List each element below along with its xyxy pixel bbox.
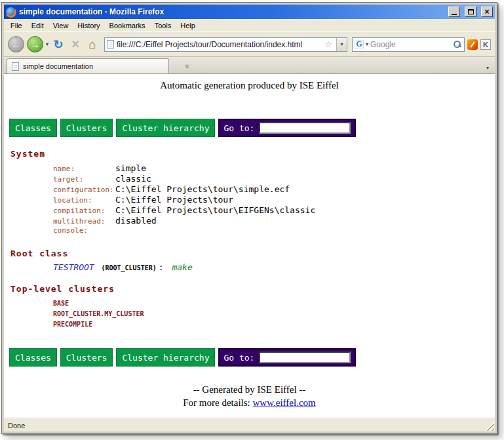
navigation-toolbar: ← → ▾ ↻ × ⌂ ☆ ▾ G ▾ K	[4, 32, 495, 57]
root-class-heading: Root class	[10, 249, 495, 258]
table-row: configuration: C:\Eiffel Projects\tour\s…	[53, 184, 495, 195]
page-favicon	[107, 40, 114, 49]
classes-button[interactable]: Classes	[9, 119, 57, 137]
system-row-label: configuration:	[53, 186, 115, 194]
close-icon: ×	[484, 8, 489, 16]
status-text: Done	[8, 422, 25, 430]
system-table: name: simple target: classic configurati…	[53, 163, 495, 237]
menu-bar: File Edit View History Bookmarks Tools H…	[4, 19, 495, 32]
search-bar: G ▾	[352, 37, 465, 52]
minimize-button[interactable]	[448, 7, 460, 17]
menu-view[interactable]: View	[48, 20, 73, 31]
minimize-icon	[452, 14, 457, 15]
root-class-line: TESTROOT (ROOT_CLUSTER): make	[53, 262, 495, 272]
system-row-label: location:	[53, 196, 115, 205]
eiffel-website-link[interactable]: www.eiffel.com	[253, 397, 316, 408]
home-button[interactable]: ⌂	[85, 37, 100, 52]
system-row-value: C:\Eiffel Projects\tour\EIFGENs\classic	[115, 205, 315, 215]
search-input[interactable]	[370, 40, 451, 49]
maximize-button[interactable]	[465, 7, 476, 17]
table-row: location: C:\Eiffel Projects\tour	[53, 195, 495, 205]
cluster-hierarchy-button[interactable]: Cluster hierarchy	[116, 348, 215, 367]
window-title: simple documentation - Mozilla Firefox	[19, 7, 444, 16]
table-row: name: simple	[53, 163, 495, 174]
tab-strip-icon[interactable]: ∗	[184, 62, 190, 71]
forward-icon: →	[30, 39, 40, 50]
doc-navbar-bottom: Classes Clusters Cluster hierarchy Go to…	[9, 348, 495, 367]
addon-icon-2[interactable]: K	[480, 39, 491, 50]
system-row-value: C:\Eiffel Projects\tour	[115, 195, 233, 205]
cluster-link-precompile[interactable]: PRECOMPILE	[53, 319, 495, 330]
status-bar: Done	[4, 418, 495, 431]
chevron-down-icon: ▾	[486, 65, 489, 71]
clusters-heading: Top-level clusters	[10, 284, 495, 294]
system-row-label: multithread:	[53, 217, 115, 226]
cluster-link-root-cluster[interactable]: ROOT_CLUSTER.MY_CLUSTER	[53, 309, 495, 319]
clusters-button[interactable]: Clusters	[60, 348, 113, 367]
cluster-hierarchy-button[interactable]: Cluster hierarchy	[116, 119, 215, 137]
table-row: target: classic	[53, 174, 495, 184]
menu-history[interactable]: History	[73, 20, 104, 31]
menu-file[interactable]: File	[6, 20, 27, 31]
back-icon: ←	[11, 39, 21, 50]
clusters-list: BASE ROOT_CLUSTER.MY_CLUSTER PRECOMPILE	[53, 298, 495, 330]
page-title: Automatic generation produced by ISE Eif…	[4, 74, 495, 91]
screen: simple documentation - Mozilla Firefox ×…	[0, 0, 504, 440]
close-button[interactable]: ×	[481, 7, 493, 17]
classes-button[interactable]: Classes	[9, 348, 57, 367]
firefox-icon	[6, 7, 16, 17]
search-engine-dropdown[interactable]: ▾	[366, 41, 368, 47]
goto-label: Go to:	[223, 353, 254, 363]
table-row: compilation: C:\Eiffel Projects\tour\EIF…	[53, 205, 495, 216]
menu-bookmarks[interactable]: Bookmarks	[105, 20, 150, 31]
chevron-down-icon: ▾	[340, 41, 343, 47]
root-separator: :	[159, 262, 164, 272]
back-button[interactable]: ←	[8, 36, 24, 52]
address-bar: ☆ ▾	[104, 37, 347, 52]
root-class-link[interactable]: TESTROOT	[53, 262, 94, 272]
goto-label: Go to:	[223, 123, 254, 133]
details-line: For more details: www.eiffel.com	[4, 397, 495, 409]
system-row-label: console:	[53, 226, 115, 235]
search-icon[interactable]	[453, 40, 461, 49]
title-bar[interactable]: simple documentation - Mozilla Firefox ×	[4, 5, 495, 19]
forward-dropdown-button[interactable]: ▾	[46, 41, 48, 47]
addon-icon-1[interactable]	[467, 39, 478, 50]
maximize-icon	[468, 9, 474, 14]
forward-button[interactable]: →	[27, 36, 43, 52]
system-row-value: C:\Eiffel Projects\tour\simple.ecf	[115, 184, 290, 194]
tab-simple-documentation[interactable]: simple documentation	[7, 58, 169, 73]
bookmark-star-icon[interactable]: ☆	[323, 39, 334, 49]
menu-tools[interactable]: Tools	[150, 20, 176, 31]
page-content: Automatic generation produced by ISE Eif…	[4, 74, 495, 418]
url-input[interactable]	[117, 39, 320, 50]
reload-button[interactable]: ↻	[51, 37, 66, 52]
details-prefix: For more details:	[183, 397, 252, 408]
tab-strip: simple documentation ∗ ▾	[4, 57, 495, 74]
cluster-link-base[interactable]: BASE	[53, 298, 495, 309]
google-logo-icon: G	[355, 40, 364, 49]
menu-edit[interactable]: Edit	[27, 20, 48, 31]
system-heading: System	[10, 149, 495, 159]
goto-box: Go to:	[218, 348, 356, 367]
clusters-button[interactable]: Clusters	[60, 119, 113, 137]
system-row-label: name:	[53, 165, 115, 173]
list-all-tabs-button[interactable]: ▾	[483, 59, 492, 73]
address-dropdown-button[interactable]: ▾	[336, 38, 347, 51]
system-row-value: simple	[115, 163, 146, 173]
goto-input[interactable]	[259, 122, 351, 134]
table-row: console:	[53, 226, 495, 237]
goto-box: Go to:	[218, 119, 356, 137]
doc-navbar-top: Classes Clusters Cluster hierarchy Go to…	[9, 119, 495, 137]
creation-procedure-link[interactable]: make	[172, 262, 192, 272]
resize-grip[interactable]	[485, 422, 494, 431]
tab-label: simple documentation	[23, 62, 93, 70]
goto-input[interactable]	[259, 351, 351, 363]
system-row-label: compilation:	[53, 207, 115, 215]
menu-help[interactable]: Help	[176, 20, 200, 31]
stop-button[interactable]: ×	[68, 37, 83, 52]
table-row: multithread: disabled	[53, 216, 495, 226]
system-row-value: classic	[115, 174, 151, 184]
tab-favicon	[12, 62, 19, 71]
generated-by-text: -- Generated by ISE Eiffel --	[4, 384, 495, 395]
